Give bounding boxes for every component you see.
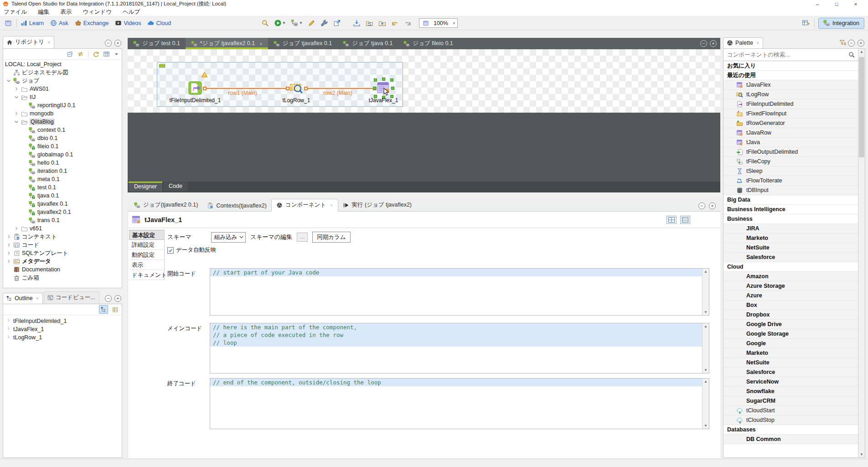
tree-item-ごみ箱[interactable]: ごみ箱 bbox=[3, 274, 122, 282]
tree-item-meta 0.1[interactable]: meta 0.1 bbox=[3, 175, 122, 183]
schema-type-select[interactable]: 組み込み bbox=[211, 232, 246, 243]
palette-component-tJava[interactable]: tJava bbox=[723, 138, 858, 147]
link-ask[interactable]: Ask bbox=[50, 20, 68, 26]
update-button[interactable] bbox=[377, 18, 387, 28]
panel-tab-実行 (ジョブ tjavaflex2)[interactable]: 実行 (ジョブ tjavaflex2) bbox=[338, 199, 416, 211]
outline-item-tLogRow_1[interactable]: tLogRow_1 bbox=[3, 333, 122, 342]
link-with-editor-button[interactable] bbox=[77, 50, 84, 58]
palette-category-Business Intelligence[interactable]: Business Intelligence bbox=[723, 205, 858, 214]
chevron-down-icon[interactable] bbox=[6, 78, 11, 83]
undo-button[interactable] bbox=[390, 18, 400, 28]
tab-code-view[interactable]: コードビュー... bbox=[44, 291, 99, 304]
palette-scrollbar[interactable]: ▲ ▼ bbox=[858, 49, 865, 457]
create-job-button[interactable]: ▼ bbox=[290, 18, 304, 28]
tree-item-ビジネスモデル図[interactable]: ビジネスモデル図 bbox=[3, 68, 122, 77]
layout-rows-icon[interactable] bbox=[680, 216, 690, 224]
side-tab-詳細設定[interactable]: 詳細設定 bbox=[129, 240, 164, 250]
code-scrollbar[interactable]: ▲▼ bbox=[702, 269, 709, 315]
run-job-button[interactable]: ▼ bbox=[273, 18, 287, 28]
search-icon[interactable] bbox=[848, 52, 855, 58]
chevron-right-icon[interactable] bbox=[6, 326, 11, 332]
maximize-view-icon[interactable]: + bbox=[709, 202, 716, 209]
palette-family-NetSuite[interactable]: NetSuite bbox=[723, 358, 858, 368]
palette-family-Marketo[interactable]: Marketo bbox=[723, 234, 858, 243]
detail-view-button[interactable] bbox=[103, 50, 110, 58]
palette-component-tSleep[interactable]: tSleep bbox=[723, 166, 858, 176]
palette-family-Salesforce[interactable]: Salesforce bbox=[723, 253, 858, 262]
maximize-view-icon[interactable]: + bbox=[114, 295, 121, 302]
selection-handle[interactable] bbox=[390, 78, 393, 82]
code-scrollbar[interactable]: ▲▼ bbox=[702, 379, 709, 429]
edit-properties-button[interactable] bbox=[307, 18, 316, 28]
side-tab-表示[interactable]: 表示 bbox=[129, 260, 164, 270]
palette-category-お気に入り[interactable]: お気に入り bbox=[723, 61, 858, 71]
side-tab-ドキュメント[interactable]: ドキュメント bbox=[129, 270, 164, 280]
window-button[interactable] bbox=[4, 19, 13, 28]
code-editor[interactable]: // start part of your Java code ▲▼ bbox=[210, 268, 709, 316]
palette-component-tJavaRow[interactable]: tJavaRow bbox=[723, 128, 858, 138]
selection-handle[interactable] bbox=[373, 87, 376, 90]
chevron-right-icon[interactable] bbox=[6, 318, 11, 324]
maximize-view-icon[interactable]: + bbox=[114, 40, 121, 47]
palette-family-Salesforce[interactable]: Salesforce bbox=[723, 368, 858, 377]
scroll-up-icon[interactable]: ▲ bbox=[860, 50, 863, 54]
chevron-down-icon[interactable] bbox=[14, 119, 19, 125]
connection-endpoint[interactable] bbox=[304, 87, 308, 90]
tab-palette[interactable]: Palette × bbox=[723, 37, 763, 48]
menu-ウィンドウ[interactable]: ウィンドウ bbox=[83, 8, 112, 16]
palette-family-Snowflake[interactable]: Snowflake bbox=[723, 387, 858, 396]
palette-family-Google[interactable]: Google bbox=[723, 339, 858, 348]
chevron-right-icon[interactable] bbox=[6, 334, 11, 341]
palette-family-Amazon[interactable]: Amazon bbox=[723, 272, 858, 281]
menu-表示[interactable]: 表示 bbox=[60, 8, 72, 16]
menu-ファイル[interactable]: ファイル bbox=[4, 8, 27, 16]
scroll-down-icon[interactable]: ▼ bbox=[860, 452, 863, 457]
connection-label[interactable]: row2 (Main) bbox=[323, 90, 352, 96]
maximize-view-icon[interactable]: + bbox=[858, 40, 864, 47]
connection-endpoint[interactable] bbox=[286, 87, 289, 90]
palette-component-tFileInputDelimited[interactable]: ;tFileInputDelimited bbox=[723, 99, 858, 109]
palette-component-tFileOutputDelimited[interactable]: tFileOutputDelimited bbox=[723, 147, 858, 157]
menu-編集[interactable]: 編集 bbox=[38, 8, 49, 16]
palette-component-tFlowToIterate[interactable]: tFlowToIterate bbox=[723, 176, 858, 186]
connection-endpoint[interactable] bbox=[203, 87, 207, 90]
tree-item-v651[interactable]: v651 bbox=[3, 224, 122, 233]
tab-code[interactable]: Code bbox=[163, 182, 188, 191]
tree-item-globalmap 0.1[interactable]: globalmap 0.1 bbox=[3, 150, 122, 159]
export-items-button[interactable] bbox=[332, 18, 342, 28]
minimize-view-icon[interactable]: − bbox=[105, 295, 112, 302]
palette-category-Databases[interactable]: Databases bbox=[723, 425, 858, 435]
minimize-view-icon[interactable]: − bbox=[105, 40, 112, 47]
chevron-right-icon[interactable] bbox=[14, 111, 19, 116]
design-canvas[interactable]: row1 (Main) row2 (Main); tFileInputDelim… bbox=[128, 49, 720, 113]
link-learn[interactable]: Learn bbox=[21, 20, 44, 26]
palette-family-JIRA[interactable]: JIRA bbox=[723, 224, 858, 234]
selection-handle[interactable] bbox=[391, 87, 394, 90]
tree-item-Documentation[interactable]: Documentation bbox=[3, 265, 122, 274]
tab-designer[interactable]: Designer bbox=[129, 182, 162, 192]
perspective-integration-button[interactable]: Integration bbox=[818, 18, 864, 29]
palette-component-tJavaFlex[interactable]: tJavaFlex bbox=[723, 80, 858, 90]
maximize-button[interactable]: □ bbox=[827, 1, 846, 7]
palette-family-Dropbox[interactable]: Dropbox bbox=[723, 310, 858, 320]
chevron-right-icon[interactable] bbox=[14, 226, 19, 231]
tree-item-AWS01[interactable]: AWS01 bbox=[3, 85, 122, 93]
close-button[interactable]: × bbox=[846, 1, 865, 7]
tab-repository[interactable]: リポジトリ × bbox=[3, 36, 54, 48]
tree-item-SQLテンプレート[interactable]: SQLテンプレート bbox=[3, 249, 122, 257]
options-button[interactable] bbox=[320, 18, 329, 28]
maximize-view-icon[interactable]: + bbox=[710, 40, 717, 47]
node-tLogRow_1[interactable] bbox=[289, 81, 303, 95]
palette-family-NetSuite[interactable]: NetSuite bbox=[723, 243, 858, 253]
close-icon[interactable]: × bbox=[259, 41, 262, 47]
view-menu-button[interactable] bbox=[113, 51, 120, 57]
close-icon[interactable]: × bbox=[47, 40, 50, 45]
panel-tab-ジョブ(tjavaflex2 0.1)[interactable]: ジョブ(tjavaflex2 0.1) bbox=[129, 199, 202, 211]
tree-item-iteration 0.1[interactable]: iteration 0.1 bbox=[3, 167, 122, 175]
filter-icon[interactable] bbox=[839, 39, 846, 46]
palette-component-tCloudStop[interactable]: tCloudStop bbox=[723, 415, 858, 425]
editor-tab[interactable]: ジョブ tjava 0.1 bbox=[337, 38, 398, 49]
tree-item-コンテキスト[interactable]: コンテキスト bbox=[3, 233, 122, 241]
code-editor[interactable]: // end of the component, outside/closing… bbox=[210, 378, 709, 429]
minimize-button[interactable]: – bbox=[808, 1, 827, 7]
